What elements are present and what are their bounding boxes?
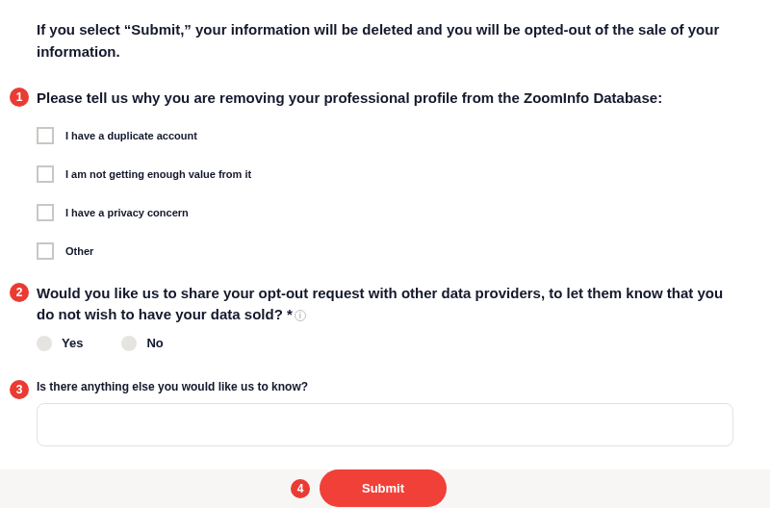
question-3-title: Is there anything else you would like us… (37, 380, 733, 393)
checkbox-other[interactable] (37, 242, 54, 260)
footer: 4 Submit (0, 469, 770, 508)
submit-button[interactable]: Submit (320, 469, 447, 507)
question-3: 3 Is there anything else you would like … (37, 380, 733, 446)
comment-input[interactable] (37, 403, 733, 446)
checkbox-label: Other (65, 245, 93, 257)
step-badge-4: 4 (291, 479, 310, 498)
radio-yes[interactable] (37, 336, 52, 351)
step-badge-1: 1 (10, 88, 29, 107)
radio-label-yes: Yes (62, 336, 83, 350)
question-2-title: Would you like us to share your opt-out … (37, 283, 733, 326)
radio-no[interactable] (121, 336, 137, 351)
step-badge-3: 3 (10, 380, 29, 399)
checkbox-duplicate[interactable] (37, 127, 54, 144)
checkbox-privacy[interactable] (37, 204, 54, 221)
question-1: 1 Please tell us why you are removing yo… (37, 88, 733, 110)
checkbox-value[interactable] (37, 165, 54, 183)
intro-text: If you select “Submit,” your information… (37, 19, 733, 63)
question-2: 2 Would you like us to share your opt-ou… (37, 283, 733, 351)
radio-label-no: No (146, 336, 163, 350)
step-badge-2: 2 (10, 283, 29, 302)
question-1-title: Please tell us why you are removing your… (37, 88, 733, 110)
checkbox-label: I have a privacy concern (65, 207, 189, 218)
checkbox-label: I am not getting enough value from it (65, 168, 251, 180)
info-icon[interactable]: i (295, 310, 306, 321)
question-2-text: Would you like us to share your opt-out … (37, 285, 723, 323)
checkbox-group-reasons: I have a duplicate account I am not gett… (37, 127, 733, 260)
checkbox-label: I have a duplicate account (65, 130, 197, 141)
